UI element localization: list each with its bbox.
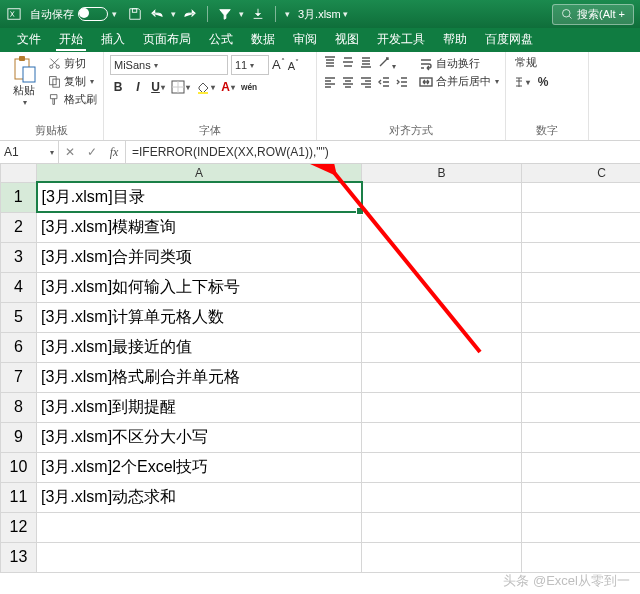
autosave-toggle[interactable]: 自动保存 ▾ (30, 7, 117, 22)
font-color-button[interactable]: A▾ (220, 79, 236, 95)
underline-button[interactable]: U▾ (150, 79, 166, 95)
chevron-down-icon[interactable]: ▾ (171, 9, 176, 19)
name-box[interactable]: A1 ▾ (0, 141, 59, 163)
copy-button[interactable]: 复制▾ (48, 74, 97, 89)
cell[interactable] (522, 542, 641, 572)
accounting-format-button[interactable]: ▾ (512, 74, 531, 90)
align-left-button[interactable] (323, 75, 337, 91)
column-header-c[interactable]: C (522, 164, 641, 182)
fill-color-button[interactable]: ▾ (195, 79, 216, 95)
phonetic-button[interactable]: wén (240, 79, 258, 95)
wrap-text-button[interactable]: 自动换行 (419, 56, 499, 71)
merge-center-button[interactable]: 合并后居中▾ (419, 74, 499, 89)
tab-help[interactable]: 帮助 (434, 27, 476, 52)
redo-icon[interactable] (182, 6, 198, 22)
cut-button[interactable]: 剪切 (48, 56, 97, 71)
orientation-button[interactable]: ▾ (377, 55, 396, 71)
row-header[interactable]: 10 (1, 452, 37, 482)
cell[interactable] (362, 392, 522, 422)
paste-button[interactable]: 粘贴 ▾ (6, 55, 42, 107)
bold-button[interactable]: B (110, 79, 126, 95)
cell[interactable]: [3月.xlsm]动态求和 (37, 482, 362, 512)
cell[interactable] (37, 512, 362, 542)
cell[interactable] (362, 452, 522, 482)
tab-insert[interactable]: 插入 (92, 27, 134, 52)
format-painter-button[interactable]: 格式刷 (48, 92, 97, 107)
cell[interactable]: [3月.xlsm]到期提醒 (37, 392, 362, 422)
row-header[interactable]: 4 (1, 272, 37, 302)
percent-format-button[interactable]: % (535, 74, 551, 90)
cell[interactable] (522, 392, 641, 422)
save-icon[interactable] (127, 6, 143, 22)
cell[interactable]: [3月.xlsm]目录 (37, 182, 362, 212)
border-button[interactable]: ▾ (170, 79, 191, 95)
tab-formulas[interactable]: 公式 (200, 27, 242, 52)
tab-file[interactable]: 文件 (8, 27, 50, 52)
decrease-font-button[interactable]: A˅ (288, 58, 299, 72)
align-top-button[interactable] (323, 55, 337, 71)
cell[interactable] (522, 182, 641, 212)
fx-icon[interactable]: fx (103, 145, 125, 160)
cell[interactable] (362, 182, 522, 212)
tab-data[interactable]: 数据 (242, 27, 284, 52)
cell[interactable] (362, 422, 522, 452)
cell[interactable] (37, 542, 362, 572)
cancel-formula-button[interactable]: ✕ (59, 145, 81, 159)
cell[interactable] (522, 512, 641, 542)
cell[interactable] (522, 482, 641, 512)
cell[interactable] (522, 452, 641, 482)
align-bottom-button[interactable] (359, 55, 373, 71)
align-right-button[interactable] (359, 75, 373, 91)
row-header[interactable]: 13 (1, 542, 37, 572)
font-name-combo[interactable]: MiSans▾ (110, 55, 228, 75)
italic-button[interactable]: I (130, 79, 146, 95)
cell[interactable] (522, 272, 641, 302)
cell[interactable] (522, 302, 641, 332)
row-header[interactable]: 3 (1, 242, 37, 272)
undo-icon[interactable] (149, 6, 165, 22)
touch-mode-icon[interactable] (250, 6, 266, 22)
cell[interactable] (362, 542, 522, 572)
row-header[interactable]: 2 (1, 212, 37, 242)
cell[interactable]: [3月.xlsm]如何输入上下标号 (37, 272, 362, 302)
cell[interactable]: [3月.xlsm]计算单元格人数 (37, 302, 362, 332)
increase-indent-button[interactable] (395, 75, 409, 91)
search-box[interactable]: 搜索(Alt + (552, 4, 634, 25)
cell[interactable]: [3月.xlsm]合并同类项 (37, 242, 362, 272)
filter-icon[interactable] (217, 6, 233, 22)
number-format-combo[interactable]: 常规 (512, 55, 570, 70)
cell[interactable] (362, 242, 522, 272)
cell[interactable] (362, 362, 522, 392)
tab-review[interactable]: 审阅 (284, 27, 326, 52)
row-header[interactable]: 9 (1, 422, 37, 452)
column-header-b[interactable]: B (362, 164, 522, 182)
cell[interactable] (362, 302, 522, 332)
align-center-button[interactable] (341, 75, 355, 91)
row-header[interactable]: 8 (1, 392, 37, 422)
filename[interactable]: 3月.xlsm ▾ (298, 7, 348, 22)
cell[interactable]: [3月.xlsm]最接近的值 (37, 332, 362, 362)
increase-font-button[interactable]: A˄ (272, 57, 285, 72)
column-header-a[interactable]: A (37, 164, 362, 182)
row-header[interactable]: 12 (1, 512, 37, 542)
qat-more-icon[interactable]: ▾ (285, 9, 290, 19)
tab-developer[interactable]: 开发工具 (368, 27, 434, 52)
tab-view[interactable]: 视图 (326, 27, 368, 52)
tab-page-layout[interactable]: 页面布局 (134, 27, 200, 52)
row-header[interactable]: 11 (1, 482, 37, 512)
font-size-combo[interactable]: 11▾ (231, 55, 269, 75)
chevron-down-icon[interactable]: ▾ (239, 9, 244, 19)
row-header[interactable]: 1 (1, 182, 37, 212)
cell[interactable] (522, 242, 641, 272)
cell[interactable] (362, 512, 522, 542)
cell[interactable] (362, 272, 522, 302)
row-header[interactable]: 7 (1, 362, 37, 392)
row-header[interactable]: 6 (1, 332, 37, 362)
cell[interactable]: [3月.xlsm]格式刷合并单元格 (37, 362, 362, 392)
cell[interactable] (522, 212, 641, 242)
cell[interactable] (522, 422, 641, 452)
select-all-corner[interactable] (1, 164, 37, 182)
cell[interactable] (362, 482, 522, 512)
align-middle-button[interactable] (341, 55, 355, 71)
tab-baidu[interactable]: 百度网盘 (476, 27, 542, 52)
